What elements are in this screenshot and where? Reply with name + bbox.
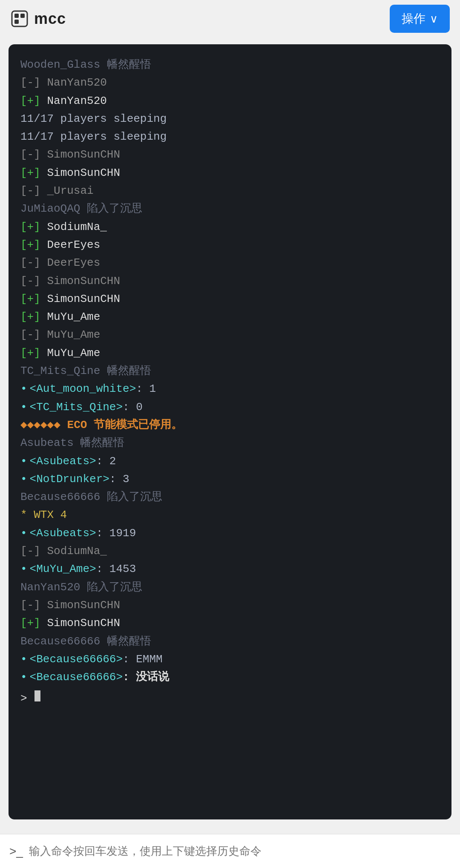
terminal-line: Wooden_Glass 幡然醒悟: [20, 56, 440, 73]
terminal-line: •<Because66666>: EMMM: [20, 651, 440, 668]
terminal-line: [-] MuYu_Ame: [20, 326, 440, 343]
terminal-line: ◆◆◆◆◆◆ ECO 节能模式已停用。: [20, 417, 440, 434]
terminal-line: [+] SimonSunCHN: [20, 164, 440, 181]
terminal-prompt: >: [20, 690, 440, 707]
terminal-line: [+] MuYu_Ame: [20, 308, 440, 325]
terminal-line: Because66666 陷入了沉思: [20, 489, 440, 506]
terminal-line: 11/17 players sleeping: [20, 110, 440, 127]
app-title: mcc: [34, 10, 66, 28]
terminal-line: 11/17 players sleeping: [20, 128, 440, 145]
terminal-line: [+] MuYu_Ame: [20, 345, 440, 362]
actions-button[interactable]: 操作 ∨: [390, 5, 450, 33]
svg-rect-1: [14, 14, 19, 18]
terminal-line: * WTX 4: [20, 506, 440, 523]
terminal-line: •<NotDrunker>: 3: [20, 471, 440, 488]
terminal-line: [+] SimonSunCHN: [20, 615, 440, 632]
terminal-line: •<Aut_moon_white>: 1: [20, 380, 440, 397]
svg-rect-3: [14, 20, 19, 24]
terminal-line: [-] NanYan520: [20, 74, 440, 91]
terminal-wrapper: Wooden_Glass 幡然醒悟[-] NanYan520[+] NanYan…: [0, 37, 460, 834]
chevron-down-icon: ∨: [430, 12, 438, 26]
terminal-line: •<Asubeats>: 2: [20, 453, 440, 470]
terminal-line: [+] NanYan520: [20, 92, 440, 109]
cursor-blink: [34, 690, 40, 701]
terminal-line: •<MuYu_Ame>: 1453: [20, 560, 440, 578]
terminal-line: JuMiaoQAQ 陷入了沉思: [20, 200, 440, 217]
command-input[interactable]: [29, 845, 451, 858]
terminal-line: •<Asubeats>: 1919: [20, 525, 440, 542]
terminal-line: •<Because66666>: 没话说: [20, 669, 440, 686]
terminal-prompt-icon: >_: [9, 845, 23, 858]
svg-rect-0: [12, 11, 27, 26]
actions-label: 操作: [402, 11, 426, 27]
terminal-line: [-] SimonSunCHN: [20, 273, 440, 290]
svg-rect-2: [20, 14, 25, 18]
command-input-bar: >_: [0, 834, 460, 868]
terminal-line: TC_Mits_Qine 幡然醒悟: [20, 362, 440, 379]
terminal-line: [+] SodiumNa_: [20, 218, 440, 236]
mcc-logo-icon: [10, 9, 29, 28]
terminal-line: Because66666 幡然醒悟: [20, 633, 440, 650]
terminal-line: NanYan520 陷入了沉思: [20, 579, 440, 596]
terminal-line: [-] SimonSunCHN: [20, 597, 440, 614]
terminal-line: [-] _Urusai: [20, 182, 440, 199]
terminal-line: •<TC_Mits_Qine>: 0: [20, 399, 440, 416]
terminal-line: Asubeats 幡然醒悟: [20, 434, 440, 451]
logo-area: mcc: [10, 9, 66, 28]
terminal-output[interactable]: Wooden_Glass 幡然醒悟[-] NanYan520[+] NanYan…: [9, 44, 451, 819]
terminal-line: [-] DeerEyes: [20, 254, 440, 271]
app-header: mcc 操作 ∨: [0, 0, 460, 37]
terminal-line: [+] SimonSunCHN: [20, 290, 440, 308]
terminal-line: [-] SodiumNa_: [20, 543, 440, 560]
terminal-line: [+] DeerEyes: [20, 236, 440, 253]
terminal-line: [-] SimonSunCHN: [20, 146, 440, 163]
